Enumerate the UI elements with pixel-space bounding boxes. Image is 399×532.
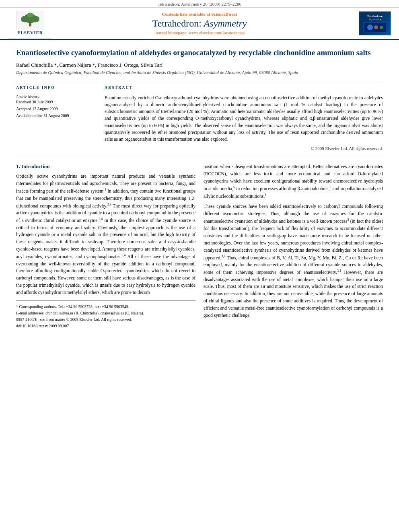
authors: Rafael Chinchilla *, Carmen Nájera *, Fr… bbox=[16, 62, 383, 68]
journal-citation: Tetrahedron: Asymmetry 20 (2009) 2279–22… bbox=[158, 2, 241, 6]
introduction-heading: 1. Introduction bbox=[16, 163, 195, 170]
intro-paragraph-1: Optically active cyanohydrins are import… bbox=[16, 173, 195, 296]
svg-point-2 bbox=[21, 16, 29, 23]
abstract-heading: ABSTRACT bbox=[105, 85, 383, 91]
intro-paragraph-1-cont: position when subsequent transformations… bbox=[204, 163, 383, 200]
info-abstract-section: ARTICLE INFO Article history: Received 3… bbox=[16, 81, 383, 151]
article-info-heading: ARTICLE INFO bbox=[16, 85, 97, 91]
body-left-col: 1. Introduction Optically active cyanohy… bbox=[16, 163, 195, 329]
body-section: 1. Introduction Optically active cyanohy… bbox=[16, 163, 383, 329]
top-bar: Tetrahedron: Asymmetry 20 (2009) 2279–22… bbox=[0, 0, 399, 8]
journal-homepage: journal homepage: www.elsevier.com/locat… bbox=[152, 30, 247, 35]
received-date: Received 30 July 2009 bbox=[16, 100, 97, 104]
footnote-section: * Corresponding authors. Tel.: +34 96 59… bbox=[16, 300, 195, 329]
svg-point-5 bbox=[27, 13, 33, 18]
affiliation: Departamento de Química Orgánica, Facult… bbox=[16, 70, 383, 75]
article-info-column: ARTICLE INFO Article history: Received 3… bbox=[16, 85, 97, 151]
footnote-corresponding: * Corresponding authors. Tel.: +34 96 59… bbox=[16, 304, 195, 310]
history-label: Article history: bbox=[16, 94, 97, 99]
section-divider bbox=[16, 157, 383, 157]
svg-point-7 bbox=[367, 25, 373, 30]
intro-paragraph-2: These cyanide sources have been added en… bbox=[204, 203, 383, 319]
homepage-url[interactable]: www.elsevier.com/locate/tetasy bbox=[189, 30, 245, 35]
elsevier-tree-icon bbox=[16, 11, 44, 29]
elsevier-logo: ELSEVIER bbox=[8, 7, 52, 40]
online-date: Available online 31 August 2009 bbox=[16, 113, 97, 118]
accepted-date: Accepted 12 August 2009 bbox=[16, 107, 97, 111]
journal-title: Tetrahedron: Asymmetry bbox=[152, 18, 247, 29]
journal-header: ELSEVIER Contents lists available at Sci… bbox=[0, 8, 399, 40]
footnote-issn: 0957-4166/$ - see front matter © 2009 El… bbox=[16, 317, 195, 322]
main-content: Enantioselective cyanoformylation of ald… bbox=[0, 40, 399, 338]
body-right-col: position when subsequent transformations… bbox=[204, 163, 383, 329]
journal-cover-thumbnail: Tetrahedron: Asymmetry bbox=[359, 11, 391, 35]
footnote-doi: doi:10.1016/j.tetasy.2009.08.007 bbox=[16, 323, 195, 329]
article-title: Enantioselective cyanoformylation of ald… bbox=[16, 48, 383, 58]
svg-point-9 bbox=[380, 26, 383, 29]
abstract-column: ABSTRACT Enantiomerically enriched O-met… bbox=[105, 85, 383, 151]
svg-rect-4 bbox=[29, 23, 31, 27]
abstract-text: Enantiomerically enriched O-methoxycarbo… bbox=[105, 94, 383, 143]
elsevier-label: ELSEVIER bbox=[17, 30, 43, 35]
journal-center: Contents lists available at ScienceDirec… bbox=[152, 12, 247, 35]
svg-point-8 bbox=[374, 25, 378, 29]
sciencedirect-name[interactable]: ScienceDirect bbox=[211, 12, 237, 16]
copyright-note: © 2009 Elsevier Ltd. All rights reserved… bbox=[105, 146, 383, 151]
footnote-email: E-mail addresses: chinchilla@ua.es (R. C… bbox=[16, 310, 195, 316]
svg-point-3 bbox=[31, 16, 39, 23]
cover-art-icon bbox=[364, 23, 386, 32]
sciencedirect-link: Contents lists available at ScienceDirec… bbox=[152, 12, 247, 16]
